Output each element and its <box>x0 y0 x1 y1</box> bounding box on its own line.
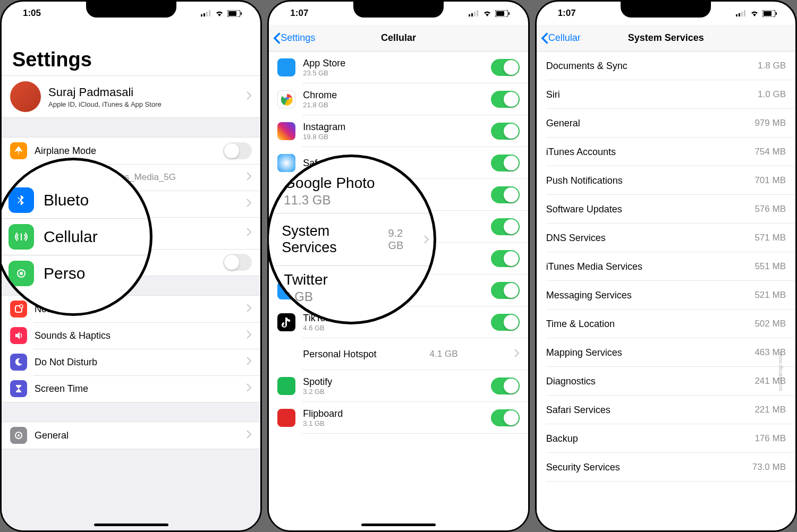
service-row: Time & Location502 MB <box>537 310 795 338</box>
svg-rect-25 <box>744 10 745 16</box>
service-name: Safari Services <box>546 405 611 416</box>
airplane-toggle[interactable] <box>223 142 252 159</box>
app-toggle[interactable] <box>491 91 520 108</box>
battery-icon <box>495 10 510 17</box>
flipboard-icon <box>277 409 295 427</box>
app-spotify[interactable]: Spotify3.2 GB <box>269 370 528 402</box>
signal-icon <box>469 10 479 16</box>
profile-sub: Apple ID, iCloud, iTunes & App Store <box>48 100 162 108</box>
chevron-right-icon <box>247 228 252 238</box>
app-personal-hotspot[interactable]: Personal Hotspot 4.1 GB <box>269 338 528 370</box>
status-time: 1:05 <box>23 8 41 19</box>
service-value: 502 MB <box>754 319 786 329</box>
service-value: 979 MB <box>754 118 786 128</box>
app-toggle[interactable] <box>491 409 520 426</box>
zoom-bluetooth-row[interactable]: Blueto <box>0 182 150 218</box>
service-value: 521 MB <box>754 290 786 301</box>
service-row: Security Services73.0 MB <box>537 453 795 482</box>
apple-id-row[interactable]: Suraj Padmasali Apple ID, iCloud, iTunes… <box>2 75 260 118</box>
svg-rect-24 <box>741 12 743 16</box>
svg-rect-3 <box>209 10 210 16</box>
service-value: 221 MB <box>754 405 786 415</box>
svg-rect-5 <box>228 11 236 16</box>
back-button[interactable]: Settings <box>273 32 315 44</box>
service-row: iTunes Accounts754 MB <box>537 138 795 166</box>
chevron-right-icon <box>247 330 252 341</box>
svg-rect-16 <box>477 10 478 16</box>
service-value: 551 MB <box>754 261 786 272</box>
app-chrome[interactable]: Chrome21.8 GB <box>269 83 528 115</box>
app-flipboard[interactable]: Flipboard3.1 GB <box>269 402 528 434</box>
wifi-icon <box>215 10 224 16</box>
app-toggle[interactable] <box>491 282 520 299</box>
phone-system-services: 1:07 Cellular System Services Documents … <box>535 0 797 532</box>
svg-rect-22 <box>736 14 737 16</box>
service-name: General <box>546 118 580 129</box>
tiktok-icon <box>277 313 295 331</box>
service-value: 1.8 GB <box>758 61 786 71</box>
zoom-hotspot-row[interactable]: Perso <box>0 255 150 291</box>
dnd-row[interactable]: Do Not Disturb <box>2 349 260 375</box>
zoom-highlight-cellular: Blueto Cellular Perso <box>0 158 152 316</box>
hourglass-icon <box>10 380 27 397</box>
app-toggle[interactable] <box>491 250 520 267</box>
app-toggle[interactable] <box>491 377 520 394</box>
chevron-right-icon <box>247 357 252 367</box>
notifications-icon <box>10 301 27 318</box>
screentime-row[interactable]: Screen Time <box>2 375 260 402</box>
status-time: 1:07 <box>290 8 308 19</box>
service-name: iTunes Accounts <box>546 147 616 158</box>
zoom-system-services-row[interactable]: System Services 9.2 GB <box>269 213 434 265</box>
airplane-label: Airplane Mode <box>35 145 96 157</box>
app-appstore[interactable]: App Store23.5 GB <box>269 52 528 83</box>
chevron-right-icon <box>247 430 252 441</box>
svg-rect-0 <box>201 14 202 16</box>
app-toggle[interactable] <box>491 59 520 76</box>
svg-rect-6 <box>241 12 242 15</box>
app-instagram[interactable]: Instagram19.8 GB <box>269 115 528 147</box>
service-row: General979 MB <box>537 109 795 138</box>
service-name: Push Notifications <box>546 175 623 186</box>
service-row: Safari Services221 MB <box>537 396 795 424</box>
app-toggle[interactable] <box>491 218 520 235</box>
service-row: Push Notifications701 MB <box>537 166 795 195</box>
battery-icon <box>227 10 242 17</box>
svg-point-11 <box>20 272 23 275</box>
zoom-cellular-row[interactable]: Cellular <box>0 218 150 255</box>
sounds-row[interactable]: Sounds & Haptics <box>2 322 260 349</box>
service-name: Diagnostics <box>546 376 596 387</box>
service-value: 176 MB <box>754 433 786 444</box>
service-name: DNS Services <box>546 233 606 244</box>
service-value: 754 MB <box>754 147 786 157</box>
chrome-icon <box>277 90 295 108</box>
general-row[interactable]: General <box>2 422 260 449</box>
service-name: iTunes Media Services <box>546 261 642 272</box>
home-indicator[interactable] <box>94 524 168 526</box>
app-toggle[interactable] <box>491 314 520 331</box>
back-button[interactable]: Cellular <box>541 32 581 44</box>
phone-settings-root: 1:05 Settings Suraj Padmasali Apple ID, … <box>0 0 262 532</box>
battery-icon <box>762 10 777 17</box>
service-name: Security Services <box>546 462 620 473</box>
app-toggle[interactable] <box>491 155 520 171</box>
services-content[interactable]: Documents & Sync1.8 GBSiri1.0 GBGeneral9… <box>537 52 795 530</box>
zoom-highlight-system-services: Google Photo 11.3 GB System Services 9.2… <box>267 155 436 324</box>
notch <box>353 2 444 18</box>
nav-header: Settings Cellular <box>269 25 528 52</box>
status-time: 1:07 <box>558 8 576 19</box>
svg-rect-13 <box>469 14 470 16</box>
service-name: Messaging Services <box>546 290 632 301</box>
hotspot-toggle[interactable] <box>223 254 252 271</box>
nav-title: System Services <box>628 32 704 44</box>
app-toggle[interactable] <box>491 123 520 140</box>
airplane-mode-row[interactable]: Airplane Mode <box>2 138 260 164</box>
service-value: 571 MB <box>754 233 786 243</box>
signal-icon <box>736 10 747 16</box>
home-indicator[interactable] <box>361 524 436 526</box>
service-name: Backup <box>546 433 578 444</box>
service-row: iTunes Media Services551 MB <box>537 252 795 281</box>
app-toggle[interactable] <box>491 186 520 203</box>
chevron-right-icon <box>247 199 252 209</box>
chevron-right-icon <box>247 91 252 102</box>
phone-cellular: 1:07 Settings Cellular App Store23.5 GB … <box>267 0 529 532</box>
